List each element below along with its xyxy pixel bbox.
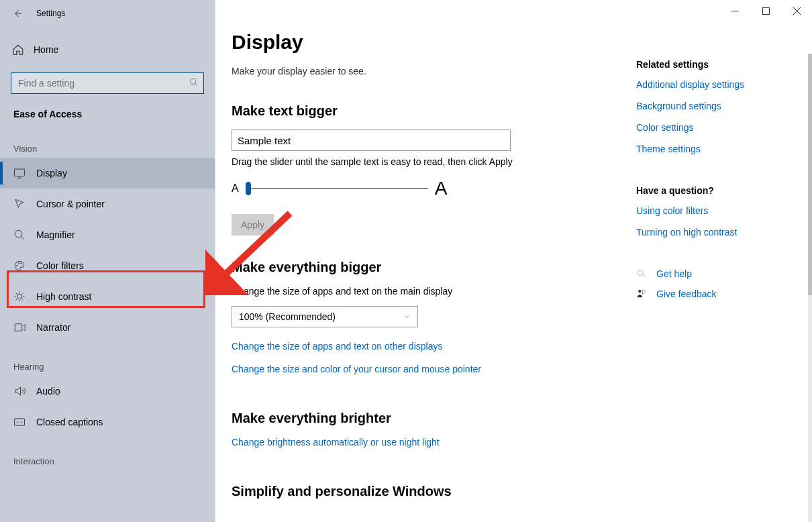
nav-label: Audio: [36, 386, 60, 397]
group-interaction: Interaction: [0, 437, 215, 470]
captions-icon: [13, 416, 26, 428]
link-background[interactable]: Background settings: [636, 101, 799, 111]
contrast-icon: [13, 291, 26, 303]
home-icon: [12, 44, 24, 56]
feedback-link[interactable]: Give feedback: [656, 289, 717, 299]
question-heading: Have a question?: [636, 185, 799, 196]
close-button[interactable]: [781, 0, 812, 21]
sidebar-item-audio[interactable]: Audio: [0, 376, 215, 407]
nav-label: Display: [36, 168, 67, 178]
nav-label: Cursor & pointer: [36, 199, 105, 209]
svg-point-3: [17, 265, 18, 266]
svg-point-11: [638, 290, 641, 293]
sidebar-item-magnifier[interactable]: Magnifier: [0, 219, 215, 250]
nav-label: High contrast: [36, 291, 91, 302]
everything-bigger-desc: Change the size of apps and text on the …: [232, 286, 616, 297]
chevron-down-icon: [403, 313, 411, 321]
main-panel: Display Make your display easier to see.…: [215, 0, 636, 522]
link-additional-display[interactable]: Additional display settings: [636, 79, 799, 90]
section-everything-bigger: Make everything bigger: [232, 260, 616, 275]
svg-rect-1: [15, 169, 25, 176]
nav-label: Color filters: [36, 260, 84, 271]
slider-thumb[interactable]: [246, 182, 251, 195]
svg-point-6: [17, 294, 22, 299]
feedback-icon: [636, 289, 647, 299]
scrollbar[interactable]: [808, 54, 812, 522]
nav-label: Narrator: [36, 322, 70, 333]
sample-text-box: Sample text: [232, 129, 511, 151]
window-title: Settings: [36, 9, 65, 18]
section-simplify: Simplify and personalize Windows: [232, 484, 616, 499]
audio-icon: [13, 385, 26, 397]
page-subtitle: Make your display easier to see.: [232, 66, 616, 76]
link-color-settings[interactable]: Color settings: [636, 122, 799, 133]
related-heading: Related settings: [636, 59, 799, 70]
sidebar-item-color-filters[interactable]: Color filters: [0, 250, 215, 281]
scroll-thumb[interactable]: [808, 54, 812, 295]
section-text-bigger: Make text bigger: [232, 103, 616, 119]
home-label: Home: [34, 44, 58, 55]
sidebar-item-high-contrast[interactable]: High contrast: [0, 281, 215, 312]
back-button[interactable]: [11, 7, 24, 20]
page-title: Display: [232, 31, 616, 54]
svg-point-10: [638, 270, 643, 276]
svg-rect-8: [15, 419, 25, 426]
home-nav[interactable]: Home: [0, 35, 215, 64]
get-help-link[interactable]: Get help: [656, 268, 692, 279]
link-high-contrast-help[interactable]: Turning on high contrast: [636, 227, 799, 238]
svg-rect-12: [642, 291, 646, 293]
svg-point-5: [21, 263, 22, 264]
sidebar-item-narrator[interactable]: Narrator: [0, 312, 215, 343]
dropdown-value: 100% (Recommended): [239, 311, 336, 322]
palette-icon: [13, 260, 26, 272]
group-vision: Vision: [0, 125, 215, 158]
right-rail: Related settings Additional display sett…: [636, 0, 812, 522]
content-area: Display Make your display easier to see.…: [215, 0, 812, 522]
link-cursor-color[interactable]: Change the size and color of your cursor…: [232, 364, 616, 374]
svg-point-2: [15, 230, 22, 238]
svg-point-0: [191, 79, 196, 84]
search-icon: [189, 78, 199, 89]
sidebar-item-cursor[interactable]: Cursor & pointer: [0, 189, 215, 219]
narrator-icon: [13, 321, 26, 333]
big-a-label: A: [435, 178, 448, 199]
scale-dropdown[interactable]: 100% (Recommended): [232, 306, 418, 327]
sidebar: Settings Home Ease of Access Vision Disp…: [0, 0, 215, 522]
svg-rect-9: [762, 7, 769, 14]
link-other-displays[interactable]: Change the size of apps and text on othe…: [232, 341, 616, 352]
slider-help-text: Drag the slider until the sample text is…: [232, 156, 616, 167]
link-night-light[interactable]: Change brightness automatically or use n…: [232, 437, 616, 448]
sidebar-item-captions[interactable]: Closed captions: [0, 407, 215, 437]
minimize-button[interactable]: [719, 0, 750, 21]
maximize-button[interactable]: [750, 0, 781, 21]
help-icon: [636, 268, 647, 279]
category-title: Ease of Access: [0, 94, 215, 125]
display-icon: [13, 167, 26, 179]
window-controls: [719, 0, 812, 21]
nav-label: Magnifier: [36, 229, 75, 240]
svg-rect-7: [15, 324, 22, 331]
text-size-slider[interactable]: [246, 188, 428, 189]
link-color-filters-help[interactable]: Using color filters: [636, 205, 799, 216]
group-hearing: Hearing: [0, 343, 215, 376]
magnifier-icon: [13, 229, 26, 241]
apply-button[interactable]: Apply: [232, 214, 274, 236]
search-input[interactable]: [11, 72, 204, 94]
sidebar-item-display[interactable]: Display: [0, 158, 215, 189]
nav-label: Closed captions: [36, 417, 103, 427]
section-brighter: Make everything brighter: [232, 411, 616, 426]
small-a-label: A: [232, 182, 239, 195]
link-theme[interactable]: Theme settings: [636, 144, 799, 154]
svg-point-4: [18, 263, 19, 264]
cursor-icon: [13, 198, 26, 210]
